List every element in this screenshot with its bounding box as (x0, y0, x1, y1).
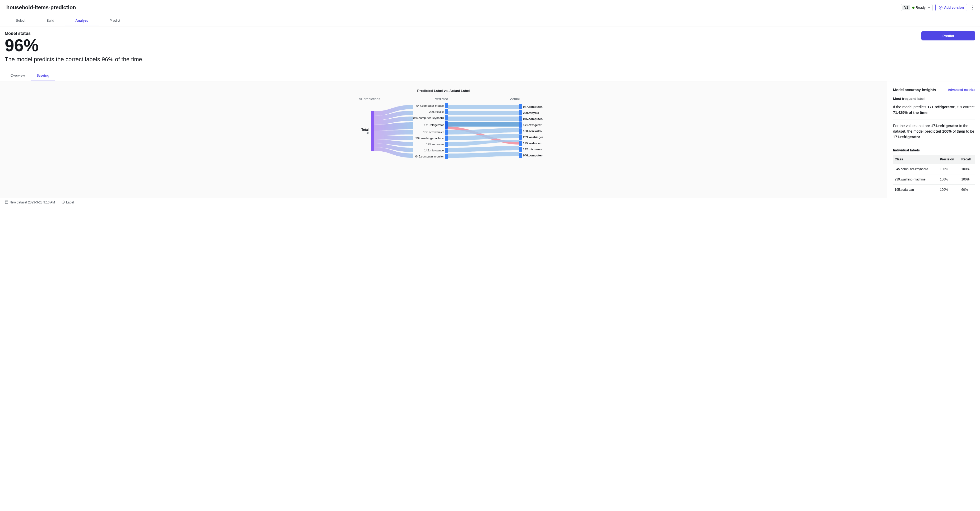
tab-analyze[interactable]: Analyze (65, 15, 99, 26)
precision-insight: If the model predicts 171.refrigerator, … (893, 104, 975, 119)
subtab-scoring[interactable]: Scoring (31, 70, 55, 81)
status-indicator: Ready (912, 6, 926, 10)
actual-row[interactable]: 195.soda-can (519, 141, 542, 146)
total-node: Total 50 (344, 128, 371, 135)
sankey-links (448, 103, 519, 159)
version-selector[interactable]: V1 Ready (901, 4, 933, 11)
predicted-row[interactable]: 180.screwdriver (413, 130, 448, 135)
tab-predict[interactable]: Predict (99, 15, 130, 26)
chevron-down-icon (928, 7, 930, 8)
model-status-description: The model predicts the correct labels 96… (5, 56, 144, 63)
svg-rect-1 (371, 111, 374, 151)
table-row: 045.computer-keyboard100%100% (893, 164, 975, 175)
sankey-chart: Predicted Label vs. Actual Label All pre… (0, 81, 887, 198)
page-header: household-items-prediction V1 Ready Add … (0, 0, 980, 15)
actual-row[interactable]: 046.computer- (519, 153, 542, 158)
advanced-metrics-link[interactable]: Advanced metrics (948, 88, 975, 92)
actual-row[interactable]: 047.computer- (519, 104, 542, 110)
chart-title: Predicted Label vs. Actual Label (0, 89, 887, 93)
target-info: Label (61, 200, 74, 204)
col-predicted: Predicted (388, 97, 494, 101)
svg-rect-2 (5, 201, 8, 204)
actual-column: 047.computer-229.tricycle045.computer-17… (519, 104, 542, 158)
table-row: 195.soda-can100%60% (893, 185, 975, 195)
predicted-row[interactable]: 045.computer-keyboard (413, 115, 448, 121)
model-accuracy: 96% (5, 37, 144, 54)
recall-insight: For the values that are 171.refrigerator… (893, 119, 975, 143)
model-status-panel: Model status 96% The model predicts the … (0, 26, 980, 70)
subtab-overview[interactable]: Overview (5, 70, 31, 81)
plus-circle-icon (939, 6, 942, 10)
tab-select[interactable]: Select (5, 15, 36, 26)
th-class: Class (893, 155, 938, 164)
most-frequent-label-heading: Most frequent label (893, 97, 975, 101)
model-title: household-items-prediction (6, 5, 76, 11)
predicted-column: 047.computer-mouse229.tricycle045.comput… (413, 103, 448, 159)
predicted-row[interactable]: 047.computer-mouse (413, 103, 448, 108)
insights-panel: Model accuracy insights Advanced metrics… (887, 81, 980, 198)
predicted-row[interactable]: 171.refrigerator (413, 121, 448, 129)
predicted-row[interactable]: 229.tricycle (413, 109, 448, 114)
add-version-button[interactable]: Add version (935, 4, 967, 11)
predicted-row[interactable]: 195.soda-can (413, 141, 448, 147)
th-recall: Recall (960, 155, 975, 164)
scoring-content: Predicted Label vs. Actual Label All pre… (0, 81, 980, 198)
analyze-subtabs: Overview Scoring (0, 70, 980, 81)
actual-row[interactable]: 239.washing-m (519, 135, 542, 140)
actual-row[interactable]: 180.screwdriv (519, 129, 542, 134)
table-row: 239.washing-machine100%100% (893, 175, 975, 185)
actual-row[interactable]: 171.refrigerat (519, 122, 542, 128)
target-icon (61, 200, 65, 204)
predict-button[interactable]: Predict (921, 31, 975, 40)
model-status-label: Model status (5, 31, 144, 36)
svg-point-4 (63, 202, 64, 203)
table-icon (5, 200, 8, 204)
predicted-row[interactable]: 046.computer-monitor (413, 154, 448, 159)
actual-row[interactable]: 229.tricycle (519, 110, 542, 116)
metrics-table: Class Precision Recall 045.computer-keyb… (893, 155, 975, 195)
tab-build[interactable]: Build (36, 15, 65, 26)
chart-column-headers: All predictions Predicted Actual (351, 97, 536, 101)
individual-labels-heading: Individual labels (893, 148, 975, 152)
actual-row[interactable]: 142.microwav (519, 147, 542, 152)
more-menu-button[interactable] (970, 6, 975, 10)
col-all-predictions: All predictions (351, 97, 388, 101)
actual-row[interactable]: 045.computer- (519, 116, 542, 122)
insights-title: Model accuracy insights (893, 88, 936, 92)
predicted-row[interactable]: 142.microwave (413, 148, 448, 153)
status-bar: New dataset 2023-3-23 9:16 AM Label (0, 198, 980, 206)
col-actual: Actual (494, 97, 536, 101)
predicted-row[interactable]: 239.washing-machine (413, 136, 448, 141)
sankey-fan (371, 103, 413, 159)
primary-tabs: Select Build Analyze Predict (0, 15, 980, 26)
dataset-info: New dataset 2023-3-23 9:16 AM (5, 200, 55, 204)
th-precision: Precision (938, 155, 960, 164)
version-tag: V1 (902, 5, 910, 10)
